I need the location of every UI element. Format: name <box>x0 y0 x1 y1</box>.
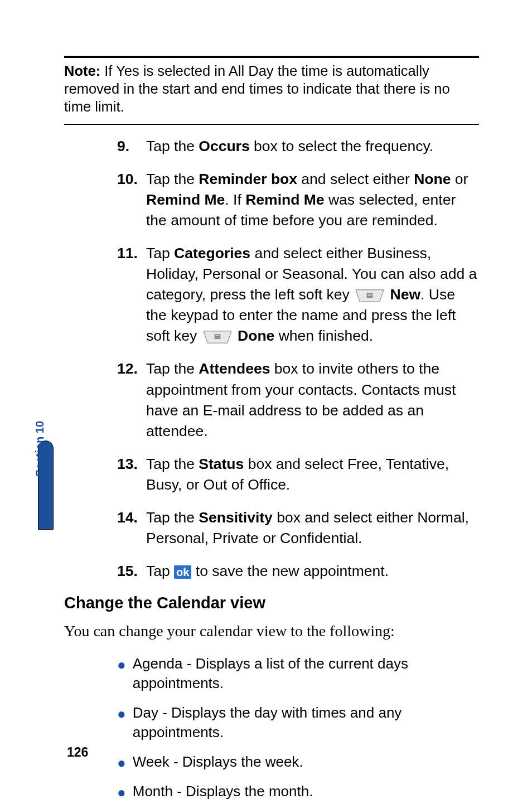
step-text: Tap the <box>146 138 199 154</box>
step-10: 10. Tap the Reminder box and select eith… <box>117 169 479 231</box>
step-9: 9. Tap the Occurs box to select the freq… <box>117 136 479 157</box>
step-body: Tap the Status box and select Free, Tent… <box>146 454 479 495</box>
step-bold: Categories <box>174 245 250 262</box>
note-rule-bottom <box>64 124 479 125</box>
list-item: ●Agenda - Displays a list of the current… <box>117 654 479 693</box>
step-bold: None <box>414 171 451 187</box>
step-num: 9. <box>117 136 146 157</box>
bullet-text: Agenda - Displays a list of the current … <box>133 654 479 693</box>
step-body: Tap the Attendees box to invite others t… <box>146 359 479 441</box>
step-text: when finished. <box>274 327 373 344</box>
list-item: ●Week - Displays the week. <box>117 752 479 772</box>
step-13: 13. Tap the Status box and select Free, … <box>117 454 479 495</box>
step-bold: Remind Me <box>146 191 225 208</box>
step-body: Tap the Occurs box to select the frequen… <box>146 136 479 157</box>
step-bold: Status <box>199 456 244 472</box>
step-num: 14. <box>117 507 146 549</box>
bullet-dot-icon: ● <box>117 704 126 724</box>
bullet-dot-icon: ● <box>117 783 126 799</box>
step-text: Tap the <box>146 509 199 526</box>
list-item: ●Day - Displays the day with times and a… <box>117 703 479 742</box>
list-item: ●Month - Displays the month. <box>117 782 479 799</box>
step-bold: New <box>390 286 421 303</box>
step-11: 11. Tap Categories and select either Bus… <box>117 243 479 346</box>
steps-list: 9. Tap the Occurs box to select the freq… <box>117 136 479 582</box>
step-text: Tap <box>146 245 174 262</box>
step-text: Tap the <box>146 360 199 377</box>
note-rule-top <box>64 56 479 58</box>
step-num: 12. <box>117 359 146 441</box>
step-14: 14. Tap the Sensitivity box and select e… <box>117 507 479 549</box>
step-bold: Occurs <box>199 138 249 154</box>
step-text: Tap the <box>146 456 199 472</box>
step-12: 12. Tap the Attendees box to invite othe… <box>117 359 479 441</box>
step-text: or <box>451 171 468 187</box>
bullet-dot-icon: ● <box>117 753 126 773</box>
step-bold: Reminder box <box>199 171 297 187</box>
step-body: Tap Categories and select either Busines… <box>146 243 479 346</box>
left-soft-key-icon <box>202 330 233 344</box>
ok-icon: ok <box>174 565 191 579</box>
step-body: Tap the Sensitivity box and select eithe… <box>146 507 479 549</box>
bullet-text: Week - Displays the week. <box>133 752 303 772</box>
step-body: Tap ok to save the new appointment. <box>146 561 479 582</box>
note-label: Note: <box>64 63 100 79</box>
step-num: 15. <box>117 561 146 582</box>
bullet-text: Month - Displays the month. <box>133 782 313 799</box>
step-body: Tap the Reminder box and select either N… <box>146 169 479 231</box>
step-text: Tap <box>146 563 174 579</box>
step-bold: Done <box>238 327 274 344</box>
section-tab-label: Section 10 <box>33 415 46 482</box>
section-heading: Change the Calendar view <box>64 594 479 612</box>
note-text: Note: If Yes is selected in All Day the … <box>64 62 479 116</box>
step-bold: Sensitivity <box>199 509 273 526</box>
step-num: 10. <box>117 169 146 231</box>
left-soft-key-icon <box>355 289 385 303</box>
step-text: to save the new appointment. <box>191 563 389 579</box>
intro-text: You can change your calendar view to the… <box>64 621 479 641</box>
step-text: box to select the frequency. <box>250 138 433 154</box>
step-bold: Attendees <box>199 360 270 377</box>
bullet-dot-icon: ● <box>117 655 126 675</box>
bullet-list: ●Agenda - Displays a list of the current… <box>117 654 479 799</box>
step-15: 15. Tap ok to save the new appointment. <box>117 561 479 582</box>
page-content: Note: If Yes is selected in All Day the … <box>0 0 532 799</box>
bullet-text: Day - Displays the day with times and an… <box>133 703 479 742</box>
page-number: 126 <box>67 745 88 760</box>
step-bold: Remind Me <box>245 191 324 208</box>
step-num: 13. <box>117 454 146 495</box>
step-text: Tap the <box>146 171 199 187</box>
step-num: 11. <box>117 243 146 346</box>
step-text: and select either <box>297 171 414 187</box>
note-body: If Yes is selected in All Day the time i… <box>64 63 450 114</box>
step-text: . If <box>225 191 245 208</box>
